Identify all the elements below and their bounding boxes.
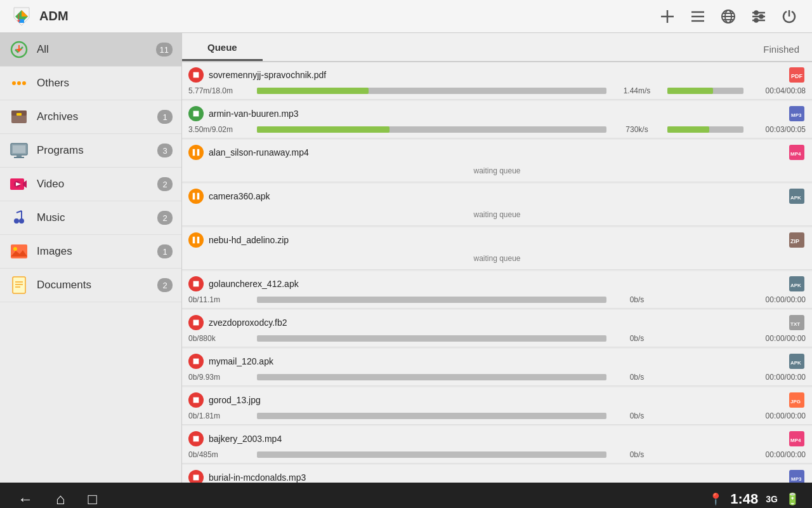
file-type-icon: MP4 (788, 430, 806, 448)
status-button[interactable] (188, 106, 204, 121)
tab-queue[interactable]: Queue (182, 36, 263, 61)
svg-rect-70 (193, 320, 199, 326)
svg-rect-52 (193, 111, 199, 117)
sidebar-archives-label: Archives (37, 110, 157, 123)
tab-finished[interactable]: Finished (750, 37, 812, 61)
svg-rect-59 (193, 193, 195, 200)
signal-icon: 3G (766, 494, 778, 504)
download-name: mymail_120.apk (209, 356, 788, 366)
add-button[interactable] (655, 4, 680, 29)
archives-icon (9, 107, 29, 127)
power-button[interactable] (776, 4, 802, 29)
sidebar-item-documents[interactable]: Documents 2 (0, 269, 181, 302)
progress-bar (257, 374, 606, 380)
progress-bar (257, 451, 606, 458)
download-size: 0b/485m (188, 450, 252, 459)
download-speed: 0b/s (612, 295, 662, 304)
download-size: 0b/880k (188, 334, 252, 343)
tabs-bar: Queue Finished (182, 33, 812, 62)
sidebar-item-music[interactable]: Music 2 (0, 201, 181, 235)
status-button[interactable] (188, 470, 204, 483)
download-speed: 0b/s (612, 450, 662, 459)
download-speed: 0b/s (612, 411, 662, 420)
file-type-icon: APK (788, 352, 806, 370)
status-button[interactable] (188, 431, 204, 446)
status-button[interactable] (188, 276, 204, 291)
sidebar-all-label: All (37, 43, 156, 56)
svg-rect-64 (197, 237, 200, 244)
sidebar-item-video[interactable]: Video 2 (0, 168, 181, 201)
file-type-icon: PDF (788, 66, 806, 84)
svg-text:JPG: JPG (790, 399, 801, 404)
waiting-status: waiting queue (188, 208, 806, 222)
menu-button[interactable] (685, 4, 710, 29)
download-speed: 1.44m/s (612, 86, 662, 95)
video-icon (9, 174, 29, 194)
download-name: gorod_13.jpg (209, 395, 788, 405)
svg-rect-60 (197, 193, 200, 200)
battery-icon: 🔋 (785, 492, 799, 506)
topbar: ↓ ADM (0, 0, 812, 33)
file-type-icon: MP3 (788, 105, 806, 123)
svg-text:MP4: MP4 (790, 151, 801, 157)
status-button[interactable] (188, 189, 204, 204)
download-speed: 0b/s (612, 373, 662, 382)
download-time: 00:00/00:00 (749, 334, 806, 343)
download-time: 00:00/00:00 (749, 295, 806, 304)
sidebar-item-archives[interactable]: Archives 1 (0, 100, 181, 134)
sidebar: All 11 Others Archiv (0, 33, 182, 483)
file-type-icon: TXT (788, 314, 806, 331)
home-button[interactable]: ⌂ (51, 485, 70, 508)
file-type-icon: APK (788, 187, 806, 205)
sidebar-programs-label: Programs (37, 144, 157, 157)
file-type-icon: JPG (788, 391, 806, 409)
music-icon (9, 208, 29, 228)
status-button[interactable] (188, 67, 204, 83)
sidebar-documents-badge: 2 (157, 278, 173, 292)
progress-bar (257, 126, 606, 133)
file-type-icon: APK (788, 275, 806, 293)
images-icon (9, 241, 29, 262)
time-display: 1:48 (730, 491, 758, 507)
status-button[interactable] (188, 315, 204, 330)
sidebar-video-badge: 2 (157, 177, 173, 191)
svg-rect-79 (193, 436, 199, 442)
download-time: 00:00/00:00 (749, 373, 806, 382)
app-logo: ↓ (10, 5, 33, 28)
sidebar-others-label: Others (37, 77, 173, 90)
status-button[interactable] (188, 145, 204, 160)
download-size: 3.50m/9.02m (188, 125, 252, 134)
sidebar-item-images[interactable]: Images 1 (0, 235, 181, 269)
sidebar-programs-badge: 3 (157, 144, 173, 157)
documents-icon (9, 275, 29, 295)
sliders-button[interactable] (746, 4, 771, 29)
sidebar-item-all[interactable]: All 11 (0, 33, 181, 67)
status-button[interactable] (188, 354, 204, 369)
file-type-icon: ZIP (788, 231, 806, 249)
download-name: nebu-hd_adelino.zip (209, 235, 788, 245)
download-speed: 730k/s (612, 125, 662, 134)
sidebar-music-label: Music (37, 211, 157, 224)
status-button[interactable] (188, 232, 204, 248)
sidebar-item-others[interactable]: Others (0, 67, 181, 100)
svg-rect-56 (197, 149, 200, 156)
back-button[interactable]: ← (13, 485, 38, 508)
download-item: gorod_13.jpg JPG 0b/1.81m 0b/s 00:00/00:… (182, 387, 812, 425)
sidebar-item-programs[interactable]: Programs 3 (0, 134, 181, 168)
svg-rect-29 (16, 113, 22, 116)
status-button[interactable] (188, 392, 204, 408)
svg-point-25 (17, 81, 21, 85)
svg-rect-34 (14, 157, 24, 158)
globe-button[interactable] (716, 4, 741, 29)
recents-button[interactable]: □ (83, 485, 103, 508)
download-size: 0b/1.81m (188, 411, 252, 420)
progress-bar (257, 413, 606, 419)
svg-text:MP3: MP3 (791, 476, 802, 482)
svg-text:PDF: PDF (791, 73, 803, 79)
svg-point-39 (14, 218, 19, 224)
download-item: camera360.apk APK waiting queue (182, 184, 812, 226)
download-size: 0b/9.93m (188, 373, 252, 382)
svg-point-42 (13, 247, 17, 251)
svg-rect-67 (193, 281, 199, 287)
svg-text:APK: APK (790, 360, 801, 366)
